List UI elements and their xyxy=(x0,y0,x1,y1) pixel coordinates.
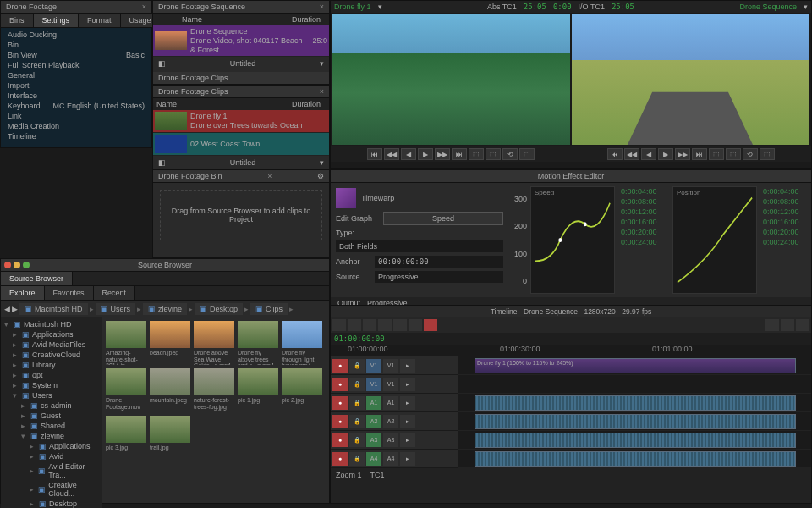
transport-button[interactable]: ⟲ xyxy=(502,148,518,160)
tree-node[interactable]: ▾▣Users xyxy=(3,390,101,400)
record-button[interactable] xyxy=(424,319,437,331)
transport-button[interactable]: ◀◀ xyxy=(384,148,399,160)
breadcrumb-segment[interactable]: ▣zlevine xyxy=(143,303,187,315)
settings-item[interactable]: Full Screen Playback xyxy=(1,60,151,70)
settings-item[interactable]: Link xyxy=(1,111,151,121)
settings-tab-settings[interactable]: Settings xyxy=(34,14,80,27)
fwd-icon[interactable]: ▶ xyxy=(12,305,18,313)
anchor-field[interactable]: 00:00:00:00 xyxy=(375,256,503,268)
thumbnail-item[interactable]: Drone Footage.mov xyxy=(106,368,146,412)
audio-clip[interactable] xyxy=(475,395,796,411)
track-header[interactable]: ●🔒A4A4▸ xyxy=(331,450,458,468)
thumbnail-item[interactable]: pic 1.jpg xyxy=(238,368,278,412)
transport-button[interactable]: ⬚ xyxy=(486,148,501,160)
tree-node[interactable]: ▸▣Avid MediaFiles xyxy=(3,340,101,350)
tree-node[interactable]: ▸▣Guest xyxy=(3,411,101,421)
track-header[interactable]: ●🔒V1V1▸ xyxy=(331,375,458,394)
track-header[interactable]: ●🔒A2A2▸ xyxy=(331,412,458,431)
thumbnail-item[interactable]: Drone fly above trees and o...n.mp4 xyxy=(238,321,278,365)
track-header[interactable]: ●🔒A1A1▸ xyxy=(331,394,458,412)
tree-node[interactable]: ▸▣Shared xyxy=(3,421,101,431)
tool-button[interactable] xyxy=(765,319,779,331)
thumbnail-item[interactable]: pic 2.jpg xyxy=(282,368,322,412)
transport-button[interactable]: ⟲ xyxy=(743,148,758,160)
thumbnail-item[interactable]: Amazing-nature-shot-2014.jp xyxy=(106,321,146,365)
tree-node[interactable]: ▸▣Library xyxy=(3,360,101,370)
chevron-down-icon[interactable]: ▾ xyxy=(378,3,382,11)
timeline-ruler[interactable]: 01:00:00:0001:00:30:0001:01:00:00 xyxy=(331,345,811,356)
transport-button[interactable]: ▶▶ xyxy=(675,148,690,160)
tool-button[interactable] xyxy=(348,319,361,331)
window-max-icon[interactable] xyxy=(23,262,30,268)
transport-button[interactable]: ◀◀ xyxy=(624,148,639,160)
transport-button[interactable]: ◀ xyxy=(401,148,416,160)
record-viewer[interactable] xyxy=(572,14,809,145)
timewarp-icon[interactable] xyxy=(336,188,356,208)
track-header[interactable]: ●🔒A3A3▸ xyxy=(331,431,458,450)
window-close-icon[interactable] xyxy=(4,262,11,268)
thumbnail-item[interactable]: mountain.jpeg xyxy=(150,368,190,412)
settings-item[interactable]: Import xyxy=(1,80,151,91)
tool-button[interactable] xyxy=(409,319,422,331)
source-select[interactable]: Progressive xyxy=(375,271,503,283)
thumbnail-item[interactable]: beach.jpeg xyxy=(150,321,190,365)
transport-button[interactable]: ⏮ xyxy=(607,148,623,160)
speed-button[interactable]: Speed xyxy=(383,212,503,225)
breadcrumb-segment[interactable]: ▣Desktop xyxy=(195,303,243,315)
type-select[interactable]: Both Fields xyxy=(336,240,503,252)
speed-graph[interactable]: Speed xyxy=(530,186,615,294)
transport-button[interactable]: ▶▶ xyxy=(435,148,450,160)
close-icon[interactable]: × xyxy=(267,172,272,180)
settings-item[interactable]: Media Creation xyxy=(1,121,151,131)
close-icon[interactable]: × xyxy=(320,87,324,96)
transport-button[interactable]: ⬚ xyxy=(469,148,484,160)
audio-clip[interactable] xyxy=(475,414,796,429)
audio-clip[interactable] xyxy=(475,433,796,448)
transport-button[interactable]: ⬚ xyxy=(726,148,741,160)
tree-node[interactable]: ▸▣System xyxy=(3,380,101,390)
tree-node[interactable]: ▸▣Avid xyxy=(3,451,101,461)
transport-button[interactable]: ⏭ xyxy=(452,148,467,160)
close-icon[interactable]: × xyxy=(142,3,146,11)
tool-button[interactable] xyxy=(363,319,376,331)
drop-zone[interactable]: Drag from Source Browser to add clips to… xyxy=(160,190,322,240)
settings-item[interactable]: KeyboardMC English (United States) xyxy=(1,101,151,111)
tree-node[interactable]: ▸▣Desktop xyxy=(3,499,101,508)
transport-button[interactable]: ⏮ xyxy=(367,148,382,160)
timeline-timecode[interactable]: 01:00:00:00 xyxy=(334,334,385,343)
gear-icon[interactable]: ⚙ xyxy=(317,172,324,180)
breadcrumb-segment[interactable]: ▣Users xyxy=(96,303,136,315)
tool-button[interactable] xyxy=(332,319,346,331)
tree-node[interactable]: ▸▣opt xyxy=(3,370,101,380)
back-icon[interactable]: ◀ xyxy=(4,305,10,313)
settings-item[interactable]: Interface xyxy=(1,91,151,101)
tool-button[interactable] xyxy=(393,319,407,331)
settings-item[interactable]: Timeline xyxy=(1,131,151,141)
source-browser-tab[interactable]: Source Browser xyxy=(1,272,73,285)
browser-tab-explore[interactable]: Explore xyxy=(1,286,45,300)
tool-button[interactable] xyxy=(781,319,794,331)
chevron-down-icon[interactable]: ▾ xyxy=(320,59,324,68)
tree-node[interactable]: ▸▣CreativeCloud xyxy=(3,350,101,360)
tree-node[interactable]: ▸▣Applications xyxy=(3,441,101,451)
transport-button[interactable]: ⬚ xyxy=(709,148,724,160)
tree-node[interactable]: ▸▣cs-admin xyxy=(3,400,101,411)
transport-button[interactable]: ⏭ xyxy=(692,148,707,160)
tree-node[interactable]: ▸▣Creative Cloud... xyxy=(3,480,101,499)
transport-button[interactable]: ⬚ xyxy=(760,148,775,160)
track-header[interactable]: ●🔒V1V1▸ xyxy=(331,356,458,375)
position-graph[interactable]: Position xyxy=(672,186,757,294)
settings-item[interactable]: Audio Ducking xyxy=(1,30,151,40)
timeline-tracks[interactable]: Drone fly 1 (100% to 116% to 245%) xyxy=(458,356,811,468)
thumbnail-item[interactable]: nature-forest-trees-fog.jpg xyxy=(194,368,234,412)
settings-tab-format[interactable]: Format xyxy=(79,14,121,27)
breadcrumb-segment[interactable]: ▣Macintosh HD xyxy=(19,303,88,315)
source-clip-name[interactable]: Drone fly 1 xyxy=(334,3,371,11)
thumbnail-item[interactable]: Drone above Sea Wave Golde...d.mp4 xyxy=(194,321,234,365)
browser-tab-recent[interactable]: Recent xyxy=(94,286,136,300)
thumbnail-item[interactable]: pic 3.jpg xyxy=(106,416,146,460)
tree-node[interactable]: ▸▣Applications xyxy=(3,329,101,340)
settings-item[interactable]: Bin xyxy=(1,40,151,50)
transport-button[interactable]: ◀ xyxy=(641,148,656,160)
close-icon[interactable]: × xyxy=(320,3,324,11)
